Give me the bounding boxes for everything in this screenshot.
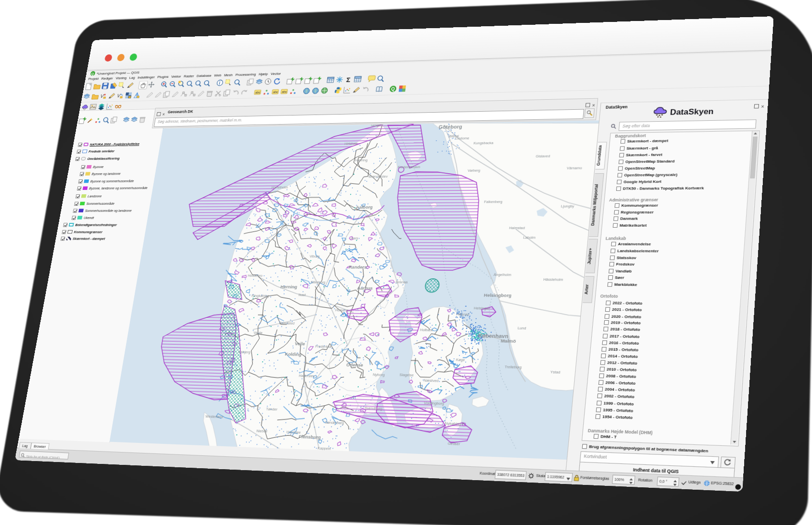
svg-text:Laholm: Laholm	[523, 235, 536, 239]
svg-text:Frederikshavn: Frederikshavn	[397, 165, 420, 168]
svg-text:Σ: Σ	[346, 76, 351, 84]
svg-text:Randers: Randers	[348, 265, 367, 270]
svg-text:Herning: Herning	[280, 284, 298, 290]
svg-text:Kolding: Kolding	[285, 352, 302, 357]
svg-text:abc: abc	[282, 90, 287, 94]
svg-text:Lund: Lund	[517, 326, 526, 330]
svg-text:Ikast: Ikast	[298, 293, 306, 296]
svg-text:Niebüll: Niebüll	[256, 429, 267, 433]
svg-text:Haderslev: Haderslev	[299, 373, 316, 378]
svg-text:Lindome: Lindome	[455, 136, 470, 140]
svg-text:abc: abc	[255, 91, 260, 94]
svg-text:Hässleholm: Hässleholm	[543, 277, 563, 282]
svg-text:Brønderslev: Brønderslev	[369, 174, 388, 178]
svg-text:Fredericia: Fredericia	[315, 344, 332, 348]
svg-text:Vejle: Vejle	[295, 341, 306, 346]
svg-text:Westerland: Westerland	[205, 414, 224, 419]
svg-text:Grindsted: Grindsted	[279, 321, 295, 325]
svg-text:Hjørring: Hjørring	[355, 158, 368, 162]
svg-text:Grenaa: Grenaa	[395, 280, 408, 284]
svg-text:Falkenberg: Falkenberg	[484, 200, 503, 204]
svg-text:Odense: Odense	[346, 362, 363, 368]
svg-text:Helsingborg: Helsingborg	[484, 293, 512, 298]
svg-text:Ystad: Ystad	[550, 370, 561, 374]
svg-text:Horsens: Horsens	[335, 308, 349, 312]
svg-text:Tønder: Tønder	[266, 407, 278, 411]
svg-text:Viborg: Viborg	[310, 254, 321, 259]
svg-text:Holstebro: Holstebro	[247, 273, 263, 277]
svg-text:Ljungby: Ljungby	[561, 204, 575, 209]
svg-text:Värnamo: Värnamo	[566, 166, 582, 169]
svg-text:Næstved: Næstved	[424, 378, 439, 382]
svg-text:Kappeln: Kappeln	[317, 446, 331, 451]
svg-text:Aars: Aars	[351, 236, 358, 240]
svg-text:Flensburg: Flensburg	[299, 434, 321, 441]
svg-text:Gislaved: Gislaved	[535, 154, 550, 158]
svg-text:abc: abc	[273, 91, 278, 94]
svg-text:Ängelholm: Ängelholm	[493, 273, 512, 277]
svg-text:Silkeborg: Silkeborg	[310, 280, 326, 284]
svg-text:Holbæk: Holbæk	[420, 328, 433, 332]
svg-text:Malmö: Malmö	[501, 338, 516, 344]
svg-text:Hirtshals: Hirtshals	[344, 142, 358, 146]
svg-text:Harrislee: Harrislee	[286, 430, 301, 434]
svg-text:Hanstholm: Hanstholm	[271, 185, 288, 189]
svg-text:Aarhus: Aarhus	[357, 286, 373, 291]
svg-text:Göteborg: Göteborg	[438, 124, 463, 130]
svg-text:Gedser: Gedser	[448, 441, 461, 446]
svg-text:Varde: Varde	[253, 330, 263, 334]
svg-text:Varberg: Varberg	[468, 168, 481, 173]
svg-text:Aalborg: Aalborg	[355, 205, 373, 210]
svg-text:Halmstad: Halmstad	[509, 226, 525, 230]
svg-text:Hillerød: Hillerød	[456, 312, 470, 316]
